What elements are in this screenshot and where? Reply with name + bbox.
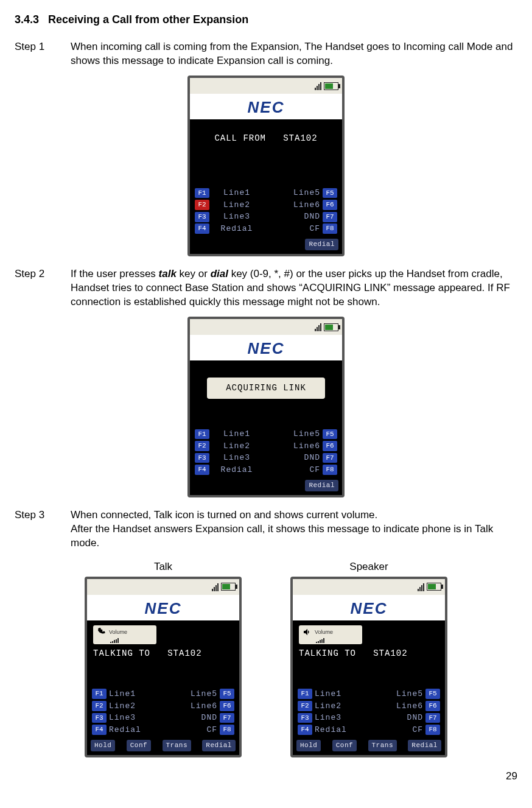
status-bar xyxy=(190,78,342,94)
volume-bars-icon xyxy=(316,638,359,643)
fkey-f3[interactable]: F3Line3 xyxy=(298,712,367,723)
fkey-f5[interactable]: Line5F5 xyxy=(268,188,337,198)
softkey-hold[interactable]: Hold xyxy=(296,740,321,751)
softkey-conf[interactable]: Conf xyxy=(127,740,151,751)
step-label: Step 2 xyxy=(15,267,71,309)
fkey-f4[interactable]: F4Redial xyxy=(298,725,367,736)
softkey-redial[interactable]: Redial xyxy=(305,239,338,250)
fkey-f7[interactable]: DNDF7 xyxy=(371,712,440,723)
fkey-f7[interactable]: DNDF7 xyxy=(268,452,337,463)
acquiring-link-popup: ACQUIRING LINK xyxy=(207,378,325,399)
screen-content: Volume TALKING TO STA102 xyxy=(87,620,239,686)
fkey-f8[interactable]: CFF8 xyxy=(268,465,337,476)
phone-screen-speaker: NEC Volume TALKING TO STA102 F1Line1 xyxy=(290,577,447,757)
status-bar xyxy=(190,319,342,335)
section-number: 3.4.3 xyxy=(15,13,39,26)
step-body: If the user presses talk key or dial key… xyxy=(71,267,517,309)
step-label: Step 3 xyxy=(15,508,71,550)
step-2: Step 2 If the user presses talk key or d… xyxy=(15,267,517,309)
fkey-f4[interactable]: F4Redial xyxy=(195,465,264,476)
logo-bar: NEC xyxy=(190,94,342,119)
fkey-f1[interactable]: F1Line1 xyxy=(195,188,264,198)
fkey-f2[interactable]: F2Line2 xyxy=(195,441,264,452)
battery-icon xyxy=(427,583,441,591)
talking-to-message: TALKING TO STA102 xyxy=(93,648,233,659)
fkey-f3[interactable]: F3Line3 xyxy=(92,712,161,723)
screen-content: ACQUIRING LINK xyxy=(190,360,342,426)
signal-icon xyxy=(315,323,321,331)
signal-icon xyxy=(212,583,219,591)
talk-label: Talk xyxy=(154,560,172,574)
softkey-redial[interactable]: Redial xyxy=(408,740,441,751)
fkey-f8[interactable]: CFF8 xyxy=(268,223,337,234)
signal-icon xyxy=(315,82,321,90)
fkey-f3[interactable]: F3Line3 xyxy=(195,452,264,463)
talk-key: talk xyxy=(159,268,177,279)
status-bar xyxy=(293,579,445,595)
fkey-f1[interactable]: F1Line1 xyxy=(298,689,367,700)
screen-content: CALL FROM STA102 xyxy=(190,119,342,185)
battery-icon xyxy=(221,583,236,591)
softkey-hold[interactable]: Hold xyxy=(91,740,115,751)
page-number: 29 xyxy=(15,770,517,784)
fkey-f2[interactable]: F2Line2 xyxy=(298,701,367,712)
fkey-f8[interactable]: CFF8 xyxy=(371,725,440,736)
fkey-f8[interactable]: CFF8 xyxy=(165,725,234,736)
softkey-trans[interactable]: Trans xyxy=(368,740,397,751)
battery-icon xyxy=(324,323,338,331)
step-label: Step 1 xyxy=(15,40,71,68)
fkey-f6[interactable]: Line6F6 xyxy=(268,200,337,211)
fkey-f2[interactable]: F2Line2 xyxy=(195,200,264,211)
softkey-conf[interactable]: Conf xyxy=(332,740,357,751)
phone-screen-acquiring: NEC ACQUIRING LINK F1Line1 Line5F5 F2Lin… xyxy=(187,317,345,497)
phone-screen-talk: NEC Volume TALKING TO STA102 F1Line1 xyxy=(85,577,242,757)
softkey-redial[interactable]: Redial xyxy=(305,480,338,491)
fkey-f3[interactable]: F3Line3 xyxy=(195,211,264,222)
step-1: Step 1 When incoming call is coming from… xyxy=(15,40,517,68)
status-bar xyxy=(87,579,239,595)
softkey-trans[interactable]: Trans xyxy=(163,740,192,751)
call-from-message: CALL FROM STA102 xyxy=(196,133,336,144)
fkey-f5[interactable]: Line5F5 xyxy=(268,429,337,440)
fkey-f4[interactable]: F4Redial xyxy=(92,725,161,736)
handset-icon xyxy=(97,627,107,637)
function-keys: F1Line1 Line5F5 F2Line2 Line6F6 F3Line3 … xyxy=(190,185,342,237)
fkey-f6[interactable]: Line6F6 xyxy=(165,701,234,712)
fkey-f5[interactable]: Line5F5 xyxy=(371,689,440,700)
fkey-f6[interactable]: Line6F6 xyxy=(268,441,337,452)
fkey-f5[interactable]: Line5F5 xyxy=(165,689,234,700)
volume-label: Volume xyxy=(109,628,127,636)
fkey-f2[interactable]: F2Line2 xyxy=(92,701,161,712)
text: After the Handset answers Expansion call… xyxy=(71,523,493,549)
fkey-f7[interactable]: DNDF7 xyxy=(165,712,234,723)
signal-icon xyxy=(418,583,424,591)
fkey-f6[interactable]: Line6F6 xyxy=(371,701,440,712)
battery-icon xyxy=(324,82,338,90)
softkey-bar: Hold Conf Trans Redial xyxy=(87,739,239,755)
dial-key: dial xyxy=(211,268,228,279)
speaker-icon xyxy=(303,627,312,637)
text: key or xyxy=(177,268,211,279)
logo-bar: NEC xyxy=(293,595,445,620)
volume-indicator: Volume xyxy=(299,625,362,644)
text: When connected, Talk icon is turned on a… xyxy=(71,509,377,521)
step-3: Step 3 When connected, Talk icon is turn… xyxy=(15,508,517,550)
section-title: Receiving a Call from other Expansion xyxy=(48,13,248,26)
softkey-bar: Hold Conf Trans Redial xyxy=(293,739,445,755)
talking-to-message: TALKING TO STA102 xyxy=(299,648,439,659)
logo-bar: NEC xyxy=(190,335,342,360)
softkey-redial[interactable]: Redial xyxy=(202,740,236,751)
text: If the user presses xyxy=(71,268,159,279)
step-body: When incoming call is coming from the Ex… xyxy=(71,40,517,68)
fkey-f7[interactable]: DNDF7 xyxy=(268,211,337,222)
fkey-f4[interactable]: F4Redial xyxy=(195,223,264,234)
fkey-f1[interactable]: F1Line1 xyxy=(92,689,161,700)
logo-bar: NEC xyxy=(87,595,239,620)
function-keys: F1Line1 Line5F5 F2Line2 Line6F6 F3Line3 … xyxy=(87,686,239,739)
softkey-bar: Redial xyxy=(190,237,342,254)
volume-indicator: Volume xyxy=(93,625,156,644)
step-body: When connected, Talk icon is turned on a… xyxy=(71,508,517,550)
fkey-f1[interactable]: F1Line1 xyxy=(195,429,264,440)
softkey-bar: Redial xyxy=(190,479,342,495)
speaker-label: Speaker xyxy=(349,560,388,574)
